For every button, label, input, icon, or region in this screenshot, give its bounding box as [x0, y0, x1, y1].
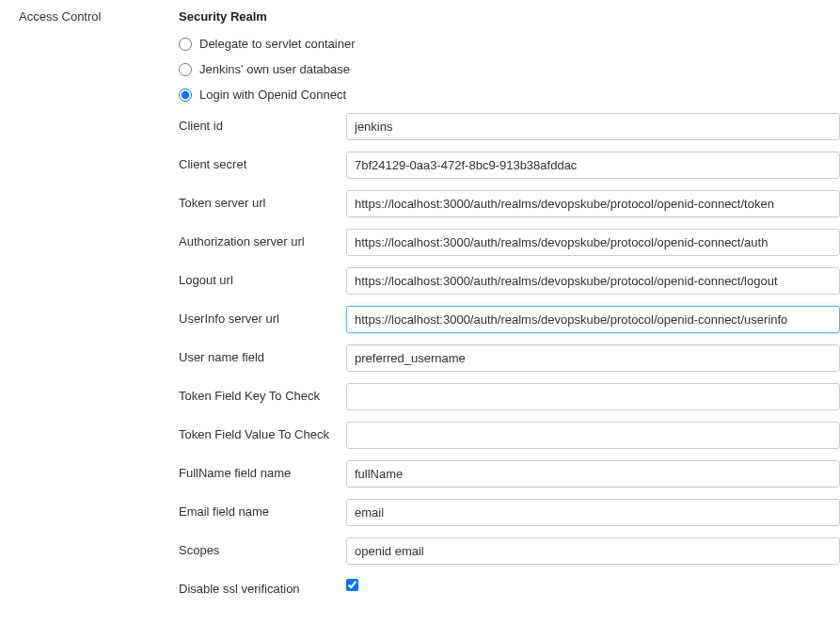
fullname-field-input[interactable]	[346, 460, 840, 488]
realm-radio-row-servlet[interactable]: Delegate to servlet container	[179, 37, 840, 51]
fullname-field-label: FullName field name	[179, 460, 346, 480]
realm-radio-openid[interactable]	[179, 88, 192, 102]
auth-server-url-input[interactable]	[346, 229, 840, 256]
realm-radio-servlet[interactable]	[179, 38, 192, 51]
realm-radio-jenkins-db-label: Jenkins' own user database	[199, 62, 350, 76]
realm-radio-row-jenkins-db[interactable]: Jenkins' own user database	[179, 62, 840, 76]
token-field-value-label: Token Field Value To Check	[179, 422, 346, 441]
email-field-label: Email field name	[179, 499, 346, 519]
auth-server-url-label: Authorization server url	[179, 229, 346, 248]
email-field-input[interactable]	[346, 499, 840, 526]
scopes-label: Scopes	[179, 537, 346, 557]
user-name-field-input[interactable]	[346, 344, 840, 372]
client-id-label: Client id	[179, 113, 346, 133]
token-field-key-input[interactable]	[346, 383, 840, 410]
client-id-input[interactable]	[346, 113, 840, 140]
token-field-key-label: Token Field Key To Check	[179, 383, 346, 403]
disable-ssl-label: Disable ssl verification	[179, 576, 346, 596]
client-secret-input[interactable]	[346, 152, 840, 179]
scopes-input[interactable]	[346, 537, 840, 565]
logout-url-label: Logout url	[179, 267, 346, 287]
token-server-url-label: Token server url	[179, 190, 346, 210]
security-realm-heading: Security Realm	[179, 9, 840, 24]
userinfo-server-url-label: UserInfo server url	[179, 306, 346, 326]
realm-radio-jenkins-db[interactable]	[179, 63, 192, 76]
client-secret-label: Client secret	[179, 152, 346, 171]
disable-ssl-checkbox[interactable]	[346, 579, 358, 591]
realm-radio-servlet-label: Delegate to servlet container	[199, 37, 355, 51]
realm-radio-openid-label: Login with Openid Connect	[199, 88, 346, 102]
realm-radio-row-openid[interactable]: Login with Openid Connect	[179, 88, 840, 102]
userinfo-server-url-input[interactable]	[346, 306, 840, 333]
user-name-field-label: User name field	[179, 344, 346, 364]
logout-url-input[interactable]	[346, 267, 840, 295]
token-field-value-input[interactable]	[346, 422, 840, 449]
token-server-url-input[interactable]	[346, 190, 840, 217]
access-control-label: Access Control	[0, 0, 179, 24]
